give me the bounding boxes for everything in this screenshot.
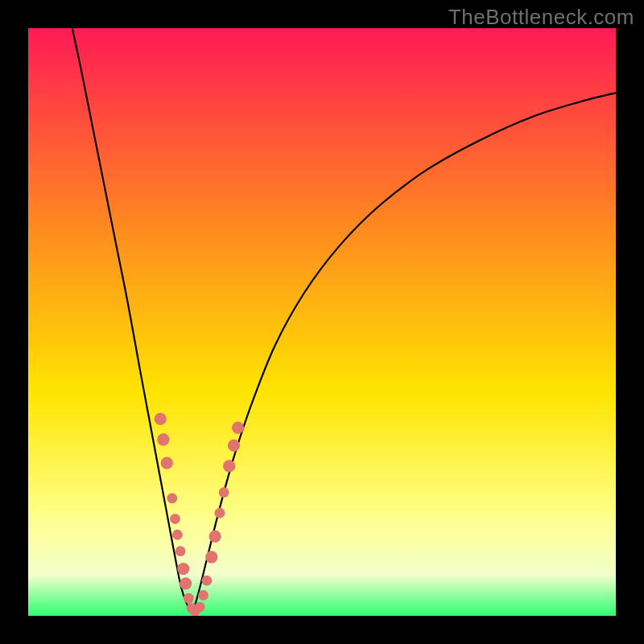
data-marker — [228, 440, 240, 452]
curve-left-branch — [72, 28, 193, 613]
data-marker — [177, 563, 189, 575]
data-marker — [184, 593, 194, 604]
data-marker — [155, 413, 167, 425]
data-marker — [223, 460, 235, 472]
data-marker — [215, 508, 225, 518]
data-marker — [167, 493, 177, 504]
data-marker — [170, 514, 180, 524]
outer-frame: TheBottleneck.com — [0, 0, 644, 644]
watermark-text: TheBottleneck.com — [448, 5, 634, 30]
data-marker — [232, 422, 244, 434]
curve-right-branch — [192, 93, 616, 613]
data-marker — [195, 602, 205, 613]
chart-svg — [28, 28, 616, 616]
data-marker — [219, 487, 229, 497]
data-marker — [198, 590, 208, 601]
plot-area — [28, 28, 616, 616]
data-marker — [205, 551, 217, 563]
data-marker — [202, 576, 213, 586]
data-marker — [157, 433, 169, 445]
data-marker — [172, 530, 183, 540]
data-marker — [180, 577, 192, 589]
data-marker — [175, 546, 186, 556]
data-marker — [209, 530, 221, 543]
data-marker — [161, 457, 173, 469]
